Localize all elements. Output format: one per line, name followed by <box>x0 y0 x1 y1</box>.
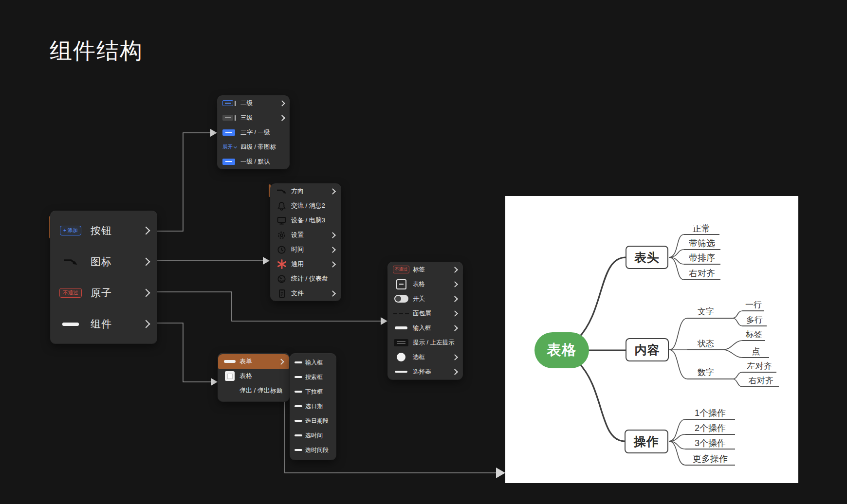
menu-item-time-picker[interactable]: 选时间 <box>290 428 336 443</box>
main-component-menu: + 添加 按钮 图标 不通过 原子 组件 <box>51 211 157 343</box>
menu-item-table[interactable]: 表格 <box>218 369 289 383</box>
breadcrumb-icon <box>393 313 409 314</box>
mindmap-leaf[interactable]: 1个操作 <box>695 408 726 418</box>
chevron-right-icon <box>452 267 458 273</box>
menu-item-label: 选框 <box>413 353 446 361</box>
clock-icon <box>276 245 287 254</box>
menu-item-statistics[interactable]: 统计 / 仪表盘 <box>271 271 341 286</box>
primary-button-icon <box>222 159 238 165</box>
menu-item-level3[interactable]: 三级 <box>218 110 289 125</box>
menu-item-date-picker[interactable]: 选日期 <box>290 399 336 414</box>
mindmap-branch-actions[interactable]: 操作 <box>625 430 668 453</box>
mindmap-leaf[interactable]: 一行 <box>745 300 762 310</box>
chevron-right-icon <box>279 100 285 107</box>
form-fields-menu: 输入框 搜索框 下拉框 选日期 选日期段 选时间 选时间段 <box>290 354 336 460</box>
mindmap-leaf[interactable]: 3个操作 <box>695 438 726 449</box>
chevron-right-icon <box>452 325 458 331</box>
menu-item-label: 按钮 <box>91 224 134 237</box>
mindmap-leaf[interactable]: 多行 <box>746 315 763 325</box>
menu-item-breadcrumb[interactable]: 面包屑 <box>388 306 462 321</box>
menu-item-form-selected[interactable]: 表单 <box>218 354 289 369</box>
menu-item-tooltip[interactable]: 提示 / 上左提示 <box>388 335 462 350</box>
menu-item-label: 三级 <box>240 114 275 122</box>
button-level-menu: 二级 三级 三字 / 一级 展开 四级 / 带图标 一级 / 默认 <box>218 96 289 169</box>
arrowhead-icon <box>211 378 218 386</box>
arrowhead-icon <box>263 257 270 265</box>
mindmap-leaf[interactable]: 点 <box>752 346 760 357</box>
menu-item-settings[interactable]: 设置 <box>271 228 341 242</box>
chevron-right-icon <box>330 290 336 297</box>
menu-item-text-level1[interactable]: 三字 / 一级 <box>218 125 289 140</box>
mindmap-leaf[interactable]: 带筛选 <box>689 238 715 249</box>
menu-item-button[interactable]: + 添加 按钮 <box>51 215 157 246</box>
chevron-right-icon <box>330 188 336 195</box>
menu-item-input-box[interactable]: 输入框 <box>290 355 336 370</box>
menu-item-level2[interactable]: 二级 <box>218 96 289 110</box>
chevron-down-icon <box>234 144 237 148</box>
menu-item-time-range-picker[interactable]: 选时间段 <box>290 443 336 457</box>
mindmap-leaf[interactable]: 更多操作 <box>693 453 728 464</box>
circle-icon <box>393 353 409 361</box>
chevron-right-icon <box>330 247 336 253</box>
divider-dash-icon <box>56 323 85 326</box>
menu-item-label: 统计 / 仪表盘 <box>291 274 335 283</box>
arrowhead-icon <box>210 129 217 137</box>
table-structure-mindmap: 表格 表头 内容 操作 正常 带筛选 带排序 右对齐 文字 状态 数字 一行 多… <box>505 196 798 483</box>
menu-item-label: 开关 <box>413 295 446 303</box>
menu-item-level4-with-icon[interactable]: 展开 四级 / 带图标 <box>218 140 289 154</box>
atom-components-menu: 不通过 标签 表格 开关 面包屑 输入框 提示 / 上左提示 <box>388 262 462 379</box>
menu-item-icon[interactable]: 图标 <box>51 246 157 277</box>
chevron-right-icon <box>330 261 336 268</box>
menu-item-direction[interactable]: 方向 <box>271 184 341 198</box>
menu-item-component[interactable]: 组件 <box>51 308 157 340</box>
menu-item-label: 选择器 <box>413 368 446 376</box>
fail-tag-badge-icon: 不通过 <box>393 266 409 273</box>
menu-item-label: 下拉框 <box>305 388 331 396</box>
menu-item-time[interactable]: 时间 <box>271 242 341 257</box>
mindmap-leaf[interactable]: 正常 <box>693 223 710 234</box>
arrow-icon <box>56 257 85 266</box>
field-dash-icon <box>295 391 302 393</box>
menu-item-search-box[interactable]: 搜索框 <box>290 370 336 384</box>
mindmap-branch-header[interactable]: 表头 <box>626 246 668 269</box>
mindmap-leaf[interactable]: 带排序 <box>689 252 715 263</box>
menu-item-table[interactable]: 表格 <box>388 277 462 291</box>
menu-item-label: 二级 <box>240 99 275 108</box>
menu-item-label: 设置 <box>291 231 323 239</box>
menu-item-tag[interactable]: 不通过 标签 <box>388 262 462 277</box>
menu-item-file[interactable]: 文件 <box>271 286 341 301</box>
menu-item-label: 一级 / 默认 <box>240 158 284 166</box>
menu-item-checkbox[interactable]: 选框 <box>388 350 462 364</box>
chevron-right-icon <box>452 281 458 288</box>
menu-item-device[interactable]: 设备 / 电脑3 <box>271 213 341 228</box>
menu-item-switch[interactable]: 开关 <box>388 291 462 306</box>
mindmap-leaf[interactable]: 右对齐 <box>749 376 773 386</box>
chevron-right-icon <box>330 232 336 238</box>
mindmap-subgroup[interactable]: 文字 <box>698 306 714 317</box>
mindmap-root-node[interactable]: 表格 <box>534 332 589 368</box>
menu-item-dropdown[interactable]: 下拉框 <box>290 384 336 399</box>
menu-item-atom[interactable]: 不通过 原子 <box>51 277 157 308</box>
tooltip-icon <box>393 339 409 346</box>
mindmap-subgroup[interactable]: 数字 <box>698 367 714 378</box>
menu-item-label: 图标 <box>91 255 134 269</box>
mindmap-leaf[interactable]: 右对齐 <box>689 268 715 279</box>
mindmap-leaf[interactable]: 2个操作 <box>695 423 726 433</box>
outline-button-icon <box>222 100 238 106</box>
mindmap-subgroup[interactable]: 状态 <box>698 339 714 349</box>
menu-item-message[interactable]: 交流 / 消息2 <box>271 198 341 213</box>
menu-item-label: 文件 <box>291 289 323 298</box>
mindmap-leaf[interactable]: 左对齐 <box>747 361 772 372</box>
table-square-icon <box>224 371 236 381</box>
menu-item-date-range-picker[interactable]: 选日期段 <box>290 414 336 428</box>
chevron-right-icon <box>278 359 284 365</box>
menu-item-level1-default[interactable]: 一级 / 默认 <box>218 154 289 169</box>
menu-item-selector[interactable]: 选择器 <box>388 364 462 379</box>
menu-item-input[interactable]: 输入框 <box>388 321 462 335</box>
mindmap-branch-content[interactable]: 内容 <box>626 338 669 361</box>
menu-item-general[interactable]: 通用 <box>271 257 341 271</box>
menu-item-label: 表格 <box>413 280 446 288</box>
chevron-right-icon <box>452 369 458 375</box>
mindmap-leaf[interactable]: 标签 <box>746 329 762 340</box>
menu-item-popup[interactable]: 弹出 / 弹出标题 <box>218 383 289 398</box>
